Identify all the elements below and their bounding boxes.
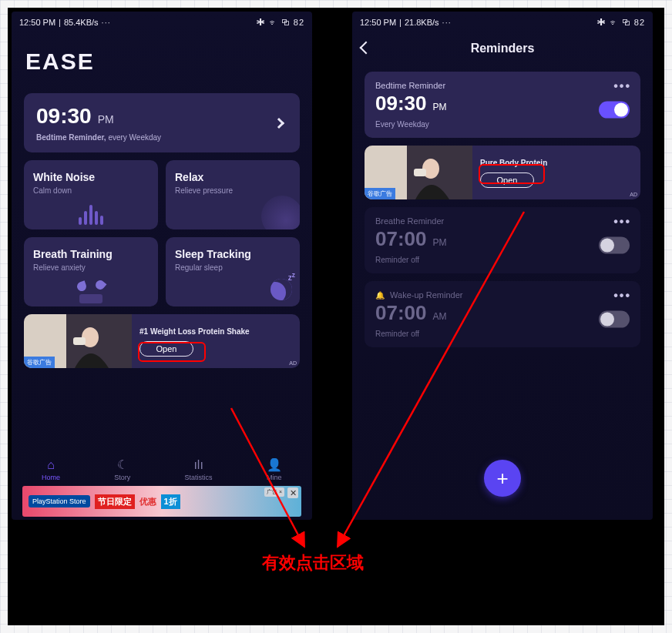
reminder-card-wakeup[interactable]: ••• 🔔 Wake-up Reminder 07:00 AM Reminder… [365,281,640,347]
ad-open-button[interactable]: Open [480,172,534,188]
feature-title: Breath Training [33,248,149,260]
bedtime-reminder-card[interactable]: 09:30 PM Bedtime Reminder, every Weekday [24,93,300,152]
status-sep: | [399,18,402,27]
feature-title: Relax [175,171,291,183]
reminder-card-bedtime[interactable]: ••• Bedtime Reminder 09:30 PM Every Week… [365,72,640,138]
status-bar: 12:50 PM | 85.4KB/s ··· ✱ ᯤ ⧉ 82 [12,12,312,33]
feature-white-noise[interactable]: White Noise Calm down [24,160,158,229]
bedtime-sub-suffix: every Weekday [108,133,161,142]
moon-icon: ☾ [117,459,128,471]
nav-statistics[interactable]: ılı Statistics [185,459,213,481]
ad-provider-tag: 谷歌广告 [24,357,55,368]
reminder-sub: Every Weekday [375,120,630,129]
reminder-time: 07:00 [375,301,427,325]
nav-label: Story [114,474,130,481]
more-dots-icon[interactable]: ••• [613,215,631,229]
reminder-ampm: PM [433,237,447,248]
status-extra: ··· [102,18,111,27]
reminder-time: 09:30 [375,92,427,116]
annotation-caption: 有效点击区域 [262,551,364,574]
status-bar: 12:50 PM | 21.8KB/s ··· ✱ ᯤ ⧉ 82 [352,12,653,33]
feature-hint: Calm down [33,186,149,195]
nav-mine[interactable]: 👤 Mine [267,459,282,481]
page-title: Reminders [471,42,535,55]
feature-relax[interactable]: Relax Relieve pressure [166,160,300,229]
reminder-time: 07:00 [375,227,427,251]
reminder-sub: Reminder off [375,330,630,338]
reminder-sub: Reminder off [375,256,630,264]
nav-story[interactable]: ☾ Story [114,459,130,481]
app-title: EASE [12,33,312,85]
reminder-ampm: PM [433,102,447,112]
nav-label: Home [42,474,60,481]
ps-store-badge: PlayStation Store [29,495,90,507]
feature-hint: Relieve anxiety [33,263,149,272]
ad-title: Pure Body Protein [480,159,633,168]
equalizer-icon [79,205,103,225]
nav-label: Statistics [185,474,213,481]
ad-badge: AD [630,192,637,197]
cup-icon [261,196,300,229]
ad-title: #1 Weight Loss Protein Shake [139,327,292,337]
nav-home[interactable]: ⌂ Home [42,459,60,481]
banner-promo-2: 优惠 [139,496,156,507]
chevron-right-icon [274,117,284,128]
reminder-title: Bedtime Reminder [375,81,630,90]
ad-card-left[interactable]: 谷歌广告 #1 Weight Loss Protein Shake Open A… [24,314,300,368]
zz-icon: zz [288,271,295,282]
phone-right: 12:50 PM | 21.8KB/s ··· ✱ ᯤ ⧉ 82 Reminde… [352,12,653,520]
phone-left: 12:50 PM | 85.4KB/s ··· ✱ ᯤ ⧉ 82 EASE 09… [12,12,312,520]
feature-title: White Noise [33,171,149,183]
reminder-title: Wake-up Reminder [390,290,462,300]
feature-hint: Relieve pressure [175,186,291,195]
status-icons: ✱ ᯤ ⧉ 82 [257,18,304,27]
status-time: 12:50 PM [360,18,396,27]
feature-title: Sleep Tracking [175,248,291,260]
page-header: Reminders [352,33,653,64]
bell-icon: 🔔 [375,291,385,300]
banner-promo-3: 1折 [161,494,180,509]
ad-image: 谷歌广告 [365,146,472,199]
back-arrow-icon[interactable] [361,43,372,54]
home-icon: ⌂ [47,459,55,471]
svg-rect-7 [414,169,426,176]
stats-icon: ılı [193,459,203,471]
feature-breath-training[interactable]: Breath Training Relieve anxiety [24,237,158,306]
bedtime-sub-prefix: Bedtime Reminder, [36,133,106,142]
bottom-banner-ad[interactable]: PlayStation Store 节日限定 优惠 1折 广告 × ✕ [22,486,301,517]
reminder-ampm: AM [433,311,447,322]
ad-card-right[interactable]: 谷歌广告 Pure Body Protein Open AD [365,146,640,199]
reminder-toggle-off[interactable] [599,311,630,328]
reminder-toggle-off[interactable] [599,237,630,254]
add-reminder-fab[interactable]: + [484,460,521,497]
ad-open-button[interactable]: Open [139,341,193,357]
ad-image: 谷歌广告 [24,314,132,368]
black-outer-frame: 12:50 PM | 85.4KB/s ··· ✱ ᯤ ⧉ 82 EASE 09… [8,8,664,625]
ad-provider-tag: 谷歌广告 [365,188,395,199]
person-icon: 👤 [267,459,282,471]
svg-rect-3 [73,337,86,345]
banner-promo-1: 节日限定 [95,494,135,509]
feature-sleep-tracking[interactable]: Sleep Tracking Regular sleep zz [166,237,300,306]
status-net: 21.8KB/s [405,18,439,27]
more-dots-icon[interactable]: ••• [613,289,631,303]
ad-badge: AD [289,360,297,366]
feature-grid: White Noise Calm down Relax Relieve pres… [24,160,300,306]
bedtime-ampm: PM [98,113,114,126]
feature-hint: Regular sleep [175,263,291,272]
status-time: 12:50 PM [19,18,55,27]
banner-ad-tag: 广告 × [264,487,284,497]
bottom-nav: ⌂ Home ☾ Story ılı Statistics 👤 Mine [12,454,312,483]
more-dots-icon[interactable]: ••• [613,79,631,93]
reminder-toggle-on[interactable] [599,102,630,119]
banner-close-icon[interactable]: ✕ [287,487,298,498]
reminder-title: Breathe Reminder [375,216,630,226]
plant-icon [76,280,106,303]
status-extra: ··· [442,18,452,27]
status-net: 85.4KB/s [64,18,99,27]
status-sep: | [59,18,61,27]
reminder-card-breathe[interactable]: ••• Breathe Reminder 07:00 PM Reminder o… [365,207,640,273]
bedtime-time: 09:30 [36,104,92,129]
status-icons: ✱ ᯤ ⧉ 82 [597,18,645,27]
moon-icon [270,279,292,300]
